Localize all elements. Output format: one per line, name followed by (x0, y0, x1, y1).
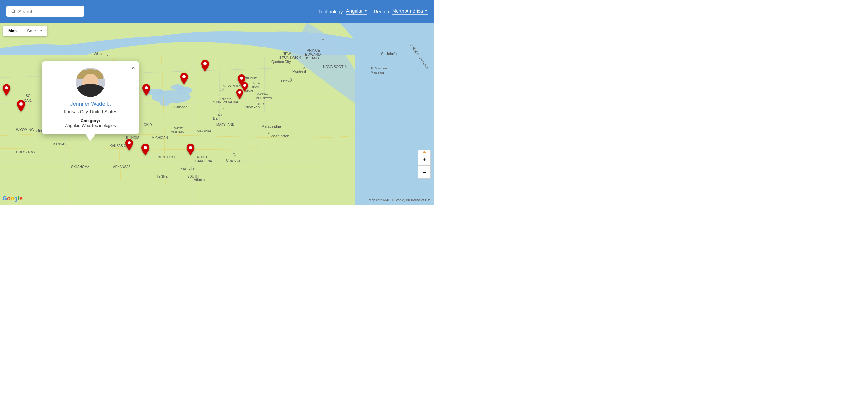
svg-point-105 (238, 91, 241, 94)
svg-text:NJ: NJ (218, 113, 222, 117)
svg-text:ARKANSAS: ARKANSAS (113, 165, 131, 169)
region-filter: Region: North America ▼ (374, 8, 428, 14)
svg-text:KANSAS: KANSAS (53, 143, 66, 146)
map-type-map-button[interactable]: Map (3, 26, 22, 36)
svg-text:Montreal: Montreal (292, 69, 306, 73)
map-type-satellite-button[interactable]: Satellite (22, 26, 47, 36)
svg-text:Miquelon: Miquelon (371, 71, 384, 74)
svg-text:MICHIGAN: MICHIGAN (152, 136, 168, 140)
search-box[interactable] (6, 6, 84, 17)
marker-wyoming[interactable] (3, 84, 10, 97)
svg-point-107 (144, 146, 147, 149)
region-value: North America (392, 8, 423, 13)
svg-text:EDWARD: EDWARD (305, 52, 321, 56)
google-logo-text: G (3, 195, 7, 202)
svg-text:Philadelphia: Philadelphia (261, 124, 281, 128)
svg-text:VIRGINIA: VIRGINIA (197, 129, 211, 133)
marker-ottawa[interactable] (180, 73, 188, 86)
zoom-out-button[interactable]: − (418, 166, 431, 179)
avatar-image (76, 68, 105, 97)
marker-detroit[interactable] (143, 84, 150, 97)
avatar (76, 68, 105, 97)
svg-point-103 (240, 77, 243, 80)
technology-label: Technology: (318, 9, 344, 14)
svg-point-96 (20, 103, 23, 106)
terms-link[interactable]: Terms of Use (412, 198, 431, 202)
header: Technology: Angular ▼ Region: North Amer… (0, 0, 434, 23)
person-name[interactable]: Jennifer Wadella (49, 101, 132, 107)
svg-text:NORTH: NORTH (197, 155, 208, 159)
svg-text:OKLAHOMA: OKLAHOMA (71, 165, 89, 169)
search-input[interactable] (18, 9, 80, 14)
svg-point-101 (182, 75, 186, 78)
svg-text:Quebec City: Quebec City (271, 60, 291, 64)
svg-text:Chicago: Chicago (175, 105, 187, 109)
svg-text:OHIO: OHIO (144, 123, 152, 127)
technology-value: Angular (346, 8, 363, 13)
svg-text:WYOMING: WYOMING (16, 127, 34, 132)
person-popup: × Jennifer Wadella Kansas City, United S… (42, 61, 139, 135)
map-container: NO. DAK. SO. DAK. WYOMING COLORADO KANSA… (0, 23, 434, 204)
svg-text:TENNE-: TENNE- (157, 175, 168, 178)
svg-point-102 (204, 62, 207, 65)
svg-text:KENTUCKY: KENTUCKY (158, 155, 176, 159)
marker-colorado[interactable] (17, 100, 25, 113)
svg-text:CAROLINA: CAROLINA (195, 159, 212, 163)
svg-text:MASSA-: MASSA- (257, 93, 268, 96)
technology-dropdown[interactable]: Angular ▼ (346, 8, 368, 14)
search-icon (11, 9, 16, 14)
marker-ny[interactable] (237, 89, 243, 100)
svg-text:Washington: Washington (271, 134, 289, 138)
svg-text:WEST: WEST (175, 127, 183, 130)
map-attribution: Map data ©2019 Google, INEGI (369, 198, 414, 202)
map-type-buttons: Map Satellite (3, 26, 47, 36)
svg-line-1 (14, 12, 15, 13)
svg-text:VIRGINIA: VIRGINIA (171, 130, 184, 134)
google-logo: Google (3, 195, 23, 202)
person-location: Kansas City, United States (49, 109, 132, 114)
region-dropdown[interactable]: North America ▼ (392, 8, 428, 14)
svg-point-0 (11, 10, 14, 12)
technology-dropdown-arrow: ▼ (364, 9, 367, 12)
marker-atlanta1[interactable] (142, 144, 149, 157)
svg-text:DE: DE (213, 117, 218, 120)
svg-point-95 (5, 86, 8, 89)
header-controls: Technology: Angular ▼ Region: North Amer… (318, 8, 428, 14)
svg-text:Charlotte: Charlotte (226, 158, 241, 162)
svg-text:New York: New York (245, 105, 260, 109)
svg-text:HAMP.: HAMP. (252, 85, 260, 89)
svg-text:ISLAND: ISLAND (306, 56, 319, 60)
marker-charlotte[interactable] (187, 144, 194, 157)
svg-text:○: ○ (198, 185, 200, 188)
svg-point-100 (145, 86, 148, 89)
svg-point-106 (128, 141, 131, 144)
technology-filter: Technology: Angular ▼ (318, 8, 368, 14)
svg-text:COLORADO: COLORADO (16, 150, 35, 154)
svg-text:MARYLAND: MARYLAND (216, 123, 234, 127)
category-value: Angular, Web Technologies (49, 123, 132, 128)
svg-point-108 (189, 146, 192, 149)
marker-montreal[interactable] (201, 60, 209, 73)
marker-tennessee[interactable] (125, 139, 133, 152)
svg-text:DAK.: DAK. (24, 99, 32, 103)
svg-text:Ottawa: Ottawa (281, 79, 292, 83)
svg-text:St. John's: St. John's (381, 52, 397, 56)
svg-text:Nashville: Nashville (180, 166, 195, 170)
svg-text:Toronto: Toronto (220, 97, 231, 101)
svg-text:NEW: NEW (283, 52, 291, 56)
popup-close-button[interactable]: × (131, 65, 135, 71)
svg-text:PRINCE: PRINCE (307, 49, 320, 52)
category-label: Category: (49, 118, 132, 123)
region-dropdown-arrow: ▼ (424, 9, 428, 12)
svg-text:NOVA SCOTIA: NOVA SCOTIA (323, 65, 347, 68)
svg-text:○: ○ (223, 107, 224, 111)
svg-text:Atlanta: Atlanta (194, 178, 205, 181)
svg-text:CHUSETTS: CHUSETTS (256, 96, 272, 100)
zoom-in-button[interactable]: + (418, 153, 431, 166)
svg-text:St Pierre and: St Pierre and (370, 66, 389, 70)
svg-text:NEW: NEW (253, 81, 260, 85)
svg-text:BRUNSWICK: BRUNSWICK (279, 56, 301, 59)
zoom-controls: + − (418, 153, 431, 179)
avatar-body (76, 84, 105, 97)
svg-point-104 (244, 84, 246, 87)
